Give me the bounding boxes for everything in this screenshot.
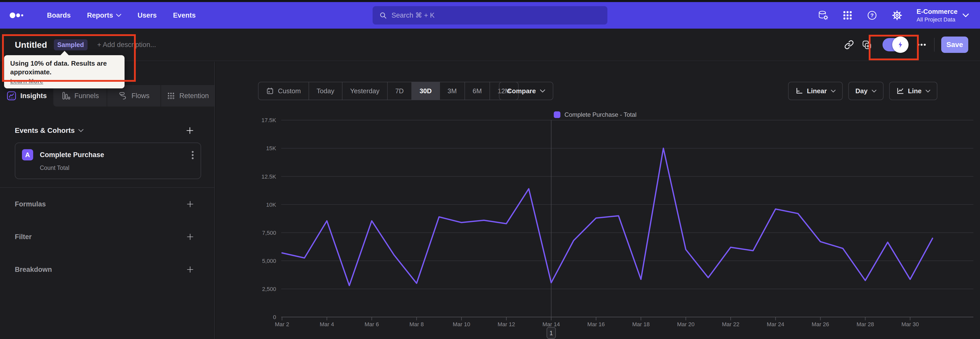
apps-grid-icon[interactable] — [843, 10, 853, 20]
x-axis-label: Mar 10 — [453, 321, 470, 328]
save-button[interactable]: Save — [941, 37, 968, 53]
section-filter: Filter — [15, 221, 201, 253]
event-options-icon[interactable] — [191, 151, 194, 160]
tab-flows[interactable]: Flows — [107, 85, 161, 107]
range-30d[interactable]: 30D — [411, 82, 439, 100]
range-today-label: Today — [317, 87, 334, 95]
range-3m[interactable]: 3M — [439, 82, 465, 100]
help-icon[interactable]: ? — [867, 10, 877, 21]
chart-pane: Custom Today Yesterday 7D 30D 3M 6M 12M … — [215, 62, 980, 339]
copy-link-icon[interactable] — [844, 40, 854, 50]
top-nav: Boards Reports Users Events Search ⌘ + K… — [0, 2, 980, 29]
y-axis-label: 5,000 — [262, 258, 276, 264]
add-description-button[interactable]: + Add description... — [97, 41, 156, 49]
query-sidebar: Insights Funnels Flows Retention Events … — [0, 62, 215, 339]
add-formula-button[interactable] — [186, 200, 194, 208]
compare-dropdown[interactable]: Compare — [499, 82, 553, 100]
chevron-down-icon — [963, 14, 969, 17]
add-to-board-icon[interactable] — [862, 40, 872, 50]
report-actions: Save — [837, 37, 980, 53]
formulas-label: Formulas — [15, 200, 46, 208]
more-options-icon[interactable] — [917, 43, 926, 46]
event-letter-badge: A — [22, 149, 33, 160]
range-6m-label: 6M — [473, 87, 482, 95]
events-cohorts-label: Events & Cohorts — [15, 126, 75, 134]
range-today[interactable]: Today — [309, 82, 342, 100]
x-axis-label: Mar 26 — [811, 321, 829, 328]
insights-icon — [6, 91, 16, 101]
calendar-icon — [266, 87, 274, 95]
chevron-down-icon — [926, 90, 930, 93]
data-management-icon[interactable] — [818, 10, 829, 21]
sampling-toggle[interactable] — [883, 38, 907, 51]
x-axis-label: Mar 16 — [587, 321, 605, 328]
event-card[interactable]: A Complete Purchase Count Total — [15, 142, 201, 179]
divider — [934, 38, 935, 51]
event-metric[interactable]: Count Total — [40, 165, 194, 171]
series-line[interactable] — [282, 148, 932, 285]
search-input[interactable]: Search ⌘ + K — [372, 6, 608, 24]
add-event-button[interactable] — [186, 126, 194, 134]
x-axis-label: Mar 18 — [632, 321, 649, 328]
settings-gear-icon[interactable] — [892, 10, 902, 21]
scale-dropdown[interactable]: Linear — [788, 82, 843, 100]
breakdown-label: Breakdown — [15, 266, 52, 273]
chevron-down-icon — [116, 14, 121, 17]
x-axis-label: Mar 24 — [767, 321, 784, 328]
range-6m[interactable]: 6M — [465, 82, 490, 100]
chart-type-label: Line — [908, 87, 921, 95]
nav-item-reports[interactable]: Reports — [87, 11, 121, 19]
mixpanel-logo-icon[interactable] — [10, 12, 25, 19]
nav-item-boards-label: Boards — [47, 11, 71, 19]
learn-more-link[interactable]: Learn More — [10, 78, 43, 85]
range-custom-label: Custom — [278, 87, 301, 95]
x-axis-label: Mar 28 — [856, 321, 874, 328]
y-axis-label: 7,500 — [262, 230, 276, 236]
tab-funnels[interactable]: Funnels — [53, 85, 107, 107]
y-axis-label: 12.5K — [262, 173, 277, 180]
compare-label: Compare — [507, 87, 536, 95]
range-yesterday-label: Yesterday — [350, 87, 380, 95]
add-breakdown-button[interactable] — [186, 266, 194, 273]
sidebar-body: Events & Cohorts A Complete Purchase Cou… — [0, 125, 215, 286]
range-7d[interactable]: 7D — [387, 82, 411, 100]
range-yesterday[interactable]: Yesterday — [342, 82, 387, 100]
line-chart-icon — [896, 87, 904, 95]
search-placeholder: Search ⌘ + K — [391, 11, 434, 19]
tab-insights[interactable]: Insights — [0, 85, 53, 107]
x-axis-label: Mar 30 — [901, 321, 919, 328]
events-cohorts-header[interactable]: Events & Cohorts — [15, 125, 201, 136]
svg-text:?: ? — [870, 12, 873, 18]
y-axis-label: 2,500 — [262, 286, 276, 292]
nav-item-events[interactable]: Events — [173, 11, 196, 19]
tab-retention[interactable]: Retention — [161, 85, 215, 107]
lightning-bolt-icon — [892, 37, 908, 53]
interval-dropdown[interactable]: Day — [848, 82, 883, 100]
x-axis-label: Mar 22 — [722, 321, 739, 328]
x-axis-label: Mar 2 — [275, 321, 289, 328]
sampled-badge[interactable]: Sampled — [54, 39, 88, 50]
y-axis-label: 10K — [266, 201, 276, 208]
y-axis-label: 0 — [273, 314, 276, 320]
project-switcher[interactable]: E-Commerce All Project Data — [917, 8, 969, 23]
nav-item-users[interactable]: Users — [138, 11, 157, 19]
x-axis-label: Mar 6 — [364, 321, 379, 328]
svg-text:1: 1 — [549, 329, 553, 336]
project-name: E-Commerce — [917, 8, 958, 16]
add-filter-button[interactable] — [186, 233, 194, 241]
annotation-badge[interactable]: 1 — [547, 327, 555, 339]
report-tabs: Insights Funnels Flows Retention — [0, 85, 215, 107]
tab-retention-label: Retention — [180, 92, 209, 100]
chart-type-dropdown[interactable]: Line — [889, 82, 937, 100]
flows-icon — [118, 91, 127, 101]
x-axis-label: Mar 14 — [542, 321, 560, 328]
insights-line-chart[interactable]: 02,5005,0007,50010K12.5K15K17.5KMar 2Mar… — [251, 116, 980, 339]
section-formulas: Formulas — [15, 188, 201, 221]
nav-item-boards[interactable]: Boards — [47, 11, 71, 19]
x-axis-label: Mar 12 — [498, 321, 515, 328]
range-custom[interactable]: Custom — [259, 82, 309, 100]
report-title[interactable]: Untitled — [15, 40, 47, 50]
chevron-down-icon — [540, 90, 545, 93]
nav-item-users-label: Users — [138, 11, 157, 19]
range-30d-label: 30D — [420, 87, 432, 95]
